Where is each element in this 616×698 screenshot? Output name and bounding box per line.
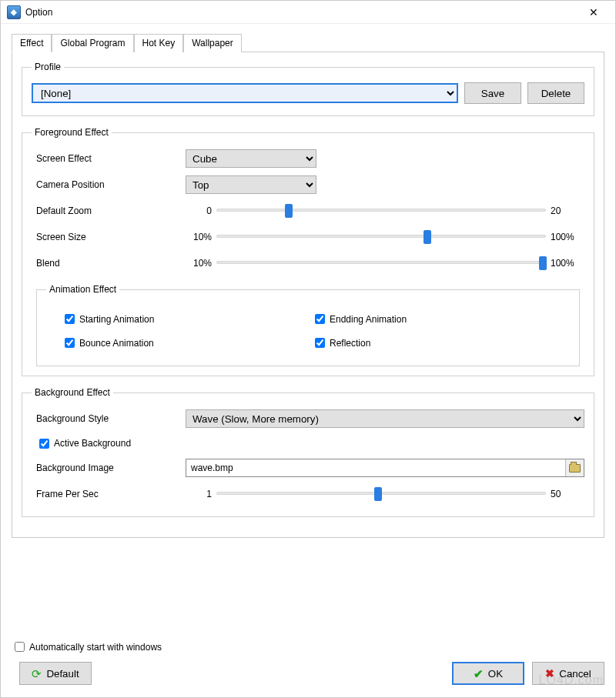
camera-position-label: Camera Position [32,179,186,190]
foreground-effect-group: Foreground Effect Screen Effect Cube Cam… [22,127,594,376]
auto-start-checkbox[interactable] [15,642,25,652]
background-style-select[interactable]: Wave (Slow, More memory) [186,409,584,428]
profile-group: Profile [None] Save Delete [22,62,594,116]
background-style-label: Background Style [32,413,186,424]
bounce-animation-label: Bounce Animation [79,338,154,349]
profile-legend: Profile [32,62,64,72]
background-effect-legend: Background Effect [32,387,113,398]
blend-min: 10% [186,258,216,269]
screen-effect-label: Screen Effect [32,153,186,164]
default-button[interactable]: ⟳ Default [19,662,92,685]
reflection-checkbox[interactable] [315,338,325,348]
title-bar: ◆ Option ✕ [1,1,615,24]
delete-button[interactable]: Delete [527,82,584,104]
fps-min: 1 [186,489,216,499]
active-background-label: Active Background [54,438,131,449]
size-min: 10% [186,232,216,242]
ending-animation-check[interactable]: Endding Animation [312,312,562,326]
starting-animation-checkbox[interactable] [65,314,75,324]
screen-size-label: Screen Size [32,232,186,242]
window-title: Option [25,7,578,18]
profile-select[interactable]: [None] [32,83,458,103]
blend-slider[interactable] [216,255,546,272]
fps-max: 50 [546,489,584,499]
ending-animation-checkbox[interactable] [315,314,325,324]
camera-position-select[interactable]: Top [186,175,316,194]
option-dialog: ◆ Option ✕ Effect Global Program Hot Key… [0,0,616,698]
cancel-button[interactable]: ✖ Cancel [532,662,604,685]
active-background-checkbox[interactable] [39,439,49,449]
animation-effect-legend: Animation Effect [46,284,119,295]
tabs-header: Effect Global Program Hot Key Wallpaper [12,34,604,52]
auto-start-row[interactable]: Automatically start with windows [12,640,604,654]
default-zoom-label: Default Zoom [32,205,186,216]
background-image-input[interactable] [186,463,565,473]
save-button[interactable]: Save [464,82,521,104]
ending-animation-label: Endding Animation [330,314,407,325]
reflection-check[interactable]: Reflection [312,336,562,350]
blend-max: 100% [546,258,584,269]
tab-panel-effect: Profile [None] Save Delete Foreground Ef… [12,52,604,538]
dialog-footer: Automatically start with windows ⟳ Defau… [1,632,615,697]
close-button[interactable]: ✕ [578,6,609,18]
bounce-animation-checkbox[interactable] [65,338,75,348]
frame-per-sec-slider[interactable] [216,486,546,503]
tab-hot-key[interactable]: Hot Key [134,34,184,52]
animation-effect-group: Animation Effect Starting Animation Endd… [36,284,580,366]
refresh-icon: ⟳ [32,668,42,680]
check-icon: ✔ [474,668,484,680]
bounce-animation-check[interactable]: Bounce Animation [62,336,312,350]
foreground-effect-legend: Foreground Effect [32,127,112,138]
open-folder-icon [569,464,581,473]
cancel-button-label: Cancel [559,668,591,680]
ok-button-label: OK [488,668,503,680]
reflection-label: Reflection [330,338,370,349]
ok-button[interactable]: ✔ OK [452,662,524,685]
auto-start-label: Automatically start with windows [29,642,162,653]
default-zoom-slider[interactable] [216,202,546,219]
starting-animation-label: Starting Animation [79,314,154,325]
tab-effect[interactable]: Effect [12,34,52,52]
x-icon: ✖ [545,668,554,679]
zoom-max: 20 [546,205,584,216]
browse-image-button[interactable] [565,459,584,476]
screen-effect-select[interactable]: Cube [186,149,316,168]
size-max: 100% [546,232,584,242]
background-image-field [186,459,584,477]
blend-label: Blend [32,258,186,269]
tab-wallpaper[interactable]: Wallpaper [183,34,242,52]
starting-animation-check[interactable]: Starting Animation [62,312,312,326]
default-button-label: Default [46,668,79,680]
zoom-min: 0 [186,205,216,216]
screen-size-slider[interactable] [216,229,546,245]
background-image-label: Background Image [32,463,186,473]
client-area: Effect Global Program Hot Key Wallpaper … [1,24,615,632]
app-icon: ◆ [7,5,21,19]
tab-global-program[interactable]: Global Program [52,34,133,52]
frame-per-sec-label: Frame Per Sec [32,489,186,499]
background-effect-group: Background Effect Background Style Wave … [22,387,594,517]
